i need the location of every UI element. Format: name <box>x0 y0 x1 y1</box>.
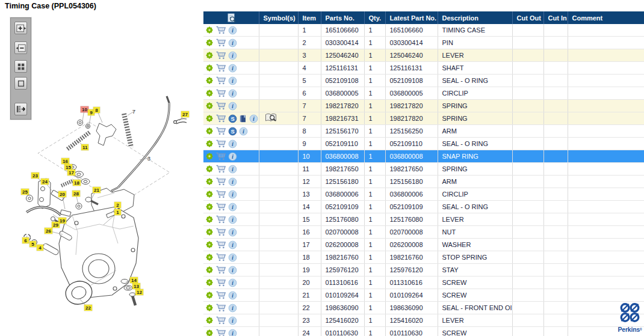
callout-28[interactable]: 28 <box>72 191 80 197</box>
gear-icon[interactable] <box>205 139 214 148</box>
table-row-item-6[interactable]: i60368000051036800005CIRCLIP <box>203 87 644 100</box>
info-icon[interactable]: i <box>228 152 237 161</box>
gear-icon[interactable] <box>205 253 214 261</box>
table-row-item-5[interactable]: i50521091081052109108SEAL - O RING <box>203 75 644 87</box>
add-to-cart-icon[interactable] <box>215 253 226 261</box>
table-row-item-3[interactable]: i31250462401125046240LEVER <box>203 49 644 62</box>
add-to-cart-icon[interactable] <box>215 278 226 287</box>
info-icon[interactable]: i <box>228 278 237 287</box>
callout-8[interactable]: 8 <box>93 107 100 113</box>
info-icon[interactable]: i <box>228 253 237 262</box>
gear-icon[interactable] <box>205 278 214 287</box>
info-icon[interactable]: i <box>228 329 237 336</box>
callout-12[interactable]: 12 <box>135 289 143 295</box>
add-to-cart-icon[interactable] <box>215 266 226 274</box>
table-row-item-24[interactable]: i240101106301010110630SCREW <box>203 327 644 336</box>
callout-20[interactable]: 20 <box>58 191 66 197</box>
table-row-item-2[interactable]: i20303004141030300414PIN <box>203 37 644 49</box>
toggle-panel-button[interactable] <box>14 103 27 115</box>
info-icon[interactable]: i <box>228 190 237 199</box>
add-to-cart-icon[interactable] <box>215 127 226 135</box>
gear-icon[interactable] <box>205 177 214 186</box>
gear-icon[interactable] <box>205 291 214 299</box>
add-to-cart-icon[interactable] <box>215 64 226 72</box>
gear-icon[interactable] <box>205 165 214 173</box>
gear-icon[interactable] <box>205 266 214 274</box>
add-to-cart-icon[interactable] <box>215 291 226 299</box>
gear-icon[interactable] <box>205 190 214 198</box>
add-to-cart-icon[interactable] <box>215 215 226 224</box>
gear-icon[interactable] <box>205 38 214 47</box>
supersession-icon[interactable]: S <box>228 114 237 123</box>
table-row-item-16[interactable]: i160207000081020700008NUT <box>203 226 644 239</box>
add-to-cart-icon[interactable] <box>215 89 226 97</box>
callout-17[interactable]: 17 <box>67 170 75 176</box>
table-row-item-10[interactable]: i100368000081036800008SNAP RING <box>203 150 644 163</box>
callout-3[interactable]: 3 <box>146 155 152 161</box>
table-row-item-17[interactable]: i170262000081026200008WASHER <box>203 239 644 251</box>
add-to-cart-icon[interactable] <box>215 316 226 325</box>
gear-icon[interactable] <box>205 89 214 97</box>
callout-5[interactable]: 5 <box>29 241 36 247</box>
info-icon[interactable]: i <box>228 26 237 35</box>
gear-icon[interactable] <box>205 114 214 123</box>
info-icon[interactable]: i <box>228 240 237 249</box>
table-row-item-13[interactable]: i130368000061036800006CIRCLIP <box>203 188 644 201</box>
info-icon[interactable]: i <box>249 114 258 123</box>
add-to-cart-icon[interactable] <box>215 165 226 173</box>
add-to-cart-icon[interactable] <box>215 228 226 236</box>
info-icon[interactable]: i <box>228 102 237 111</box>
table-row-item-19[interactable]: i191259761201125976120STAY <box>203 264 644 276</box>
callout-26[interactable]: 26 <box>45 228 52 234</box>
table-row-item-4[interactable]: i41251161311125116131SHAFT <box>203 62 644 75</box>
table-row-item-21[interactable]: i210101092641010109264SCREW <box>203 289 644 302</box>
info-icon[interactable]: i <box>228 177 237 186</box>
info-icon[interactable]: i <box>228 266 237 275</box>
add-to-cart-icon[interactable] <box>215 51 226 60</box>
supersession-icon[interactable]: S <box>228 127 237 136</box>
info-icon[interactable]: i <box>228 304 237 313</box>
info-icon[interactable]: i <box>228 291 237 300</box>
gear-icon[interactable] <box>205 304 214 312</box>
callout-10[interactable]: 10 <box>81 106 88 112</box>
callout-25[interactable]: 25 <box>21 189 29 195</box>
callout-27[interactable]: 27 <box>181 111 189 117</box>
add-to-cart-icon[interactable] <box>215 114 226 123</box>
gear-icon[interactable] <box>205 203 214 211</box>
catalog-reference-icon[interactable] <box>265 113 277 123</box>
info-icon[interactable]: i <box>228 203 237 212</box>
table-row-item-23[interactable]: i231254160201125416020LEVER <box>203 314 644 327</box>
add-to-cart-icon[interactable] <box>215 152 226 160</box>
info-icon[interactable]: i <box>228 165 237 174</box>
add-to-cart-icon[interactable] <box>215 76 226 85</box>
add-to-cart-icon[interactable] <box>215 240 226 249</box>
callout-19[interactable]: 19 <box>58 218 66 224</box>
table-row-item-22[interactable]: i221986360901198636090SEAL - FRONT END O… <box>203 302 644 314</box>
zoom-in-button[interactable] <box>14 22 27 34</box>
add-to-cart-icon[interactable] <box>215 38 226 47</box>
add-to-cart-icon[interactable] <box>215 26 226 34</box>
gear-icon[interactable] <box>205 64 214 72</box>
info-icon[interactable]: i <box>228 228 237 237</box>
add-to-cart-icon[interactable] <box>215 329 226 336</box>
gear-icon[interactable] <box>205 26 214 34</box>
info-icon[interactable]: i <box>239 127 248 136</box>
info-icon[interactable]: i <box>228 139 237 148</box>
info-icon[interactable]: i <box>228 38 237 47</box>
gear-icon[interactable] <box>205 316 214 325</box>
callout-24[interactable]: 24 <box>41 179 49 185</box>
callout-1[interactable]: 1 <box>114 209 121 215</box>
table-row-item-1[interactable]: i11651066601165106660TIMING CASE <box>203 24 644 37</box>
info-icon[interactable]: i <box>228 89 237 98</box>
callout-23[interactable]: 23 <box>31 173 39 179</box>
callout-21[interactable]: 21 <box>93 187 101 193</box>
gear-icon[interactable] <box>205 102 214 110</box>
add-to-cart-icon[interactable] <box>215 304 226 312</box>
info-icon[interactable]: i <box>228 64 237 73</box>
add-to-cart-icon[interactable] <box>215 102 226 110</box>
table-row-item-14[interactable]: i140521091091052109109SEAL - O RING <box>203 201 644 213</box>
info-icon[interactable]: i <box>228 51 237 60</box>
table-row-item-11[interactable]: i111982176501198217650SPRING <box>203 163 644 176</box>
gear-icon[interactable] <box>205 240 214 249</box>
zoom-out-button[interactable] <box>14 41 27 54</box>
